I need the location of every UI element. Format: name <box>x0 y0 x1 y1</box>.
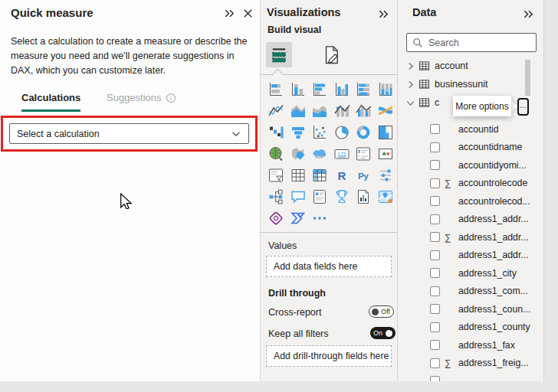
chevron-down-icon[interactable] <box>405 99 415 107</box>
viz-icon-hundred-stacked-bar-chart[interactable] <box>353 79 375 100</box>
field-row[interactable]: accountid <box>398 120 543 139</box>
viz-icon-more-visuals[interactable] <box>309 207 331 229</box>
field-checkbox[interactable] <box>430 358 440 368</box>
field-checkbox[interactable] <box>430 232 440 242</box>
table-name: account <box>435 60 468 71</box>
field-row[interactable]: address1_addr... <box>398 211 543 229</box>
field-row[interactable]: address1_city <box>398 264 543 283</box>
field-name: accountrolecod... <box>458 196 530 207</box>
add-data-fields-well[interactable]: Add data fields here <box>266 256 392 277</box>
viz-icon-line-and-clustered-column-chart[interactable] <box>353 100 375 122</box>
viz-icon-multi-row-card[interactable] <box>353 143 375 165</box>
svg-text:Py: Py <box>359 172 369 181</box>
drill-through-label: Drill through <box>268 288 326 299</box>
info-icon <box>166 93 176 103</box>
viz-icon-map[interactable] <box>265 143 287 165</box>
viz-icon-table[interactable] <box>287 165 310 186</box>
field-row[interactable] <box>398 372 543 381</box>
more-options-button[interactable]: ⋯ <box>517 98 529 116</box>
viz-icon-decomposition-tree[interactable] <box>265 186 287 207</box>
field-row[interactable]: accountidyomi... <box>398 156 543 175</box>
viz-icon-smart-narrative[interactable] <box>309 186 331 207</box>
field-checkbox[interactable] <box>430 340 440 350</box>
viz-icon-clustered-bar-chart[interactable] <box>309 79 331 100</box>
field-row[interactable]: ∑address1_addr... <box>398 228 543 247</box>
viz-icon-line-chart[interactable] <box>265 100 287 122</box>
double-chevron-right-icon[interactable] <box>523 8 534 20</box>
viz-icon-stacked-bar-chart[interactable] <box>265 79 287 100</box>
double-chevron-right-icon[interactable] <box>378 8 389 20</box>
field-checkbox[interactable] <box>430 214 440 224</box>
field-checkbox[interactable] <box>430 178 440 188</box>
field-row[interactable]: accountidname <box>398 139 543 157</box>
table-row-businessunit[interactable]: businessunit <box>398 75 543 93</box>
field-checkbox[interactable] <box>430 142 440 152</box>
viz-icon-paginated-report[interactable] <box>353 186 375 207</box>
field-checkbox[interactable] <box>430 268 440 278</box>
viz-icon-kpi[interactable] <box>375 143 397 165</box>
field-row[interactable]: address1_com... <box>398 283 543 301</box>
viz-icon-scatter-chart[interactable] <box>309 122 331 143</box>
viz-icon-metrics[interactable] <box>331 186 353 207</box>
tab-suggestions[interactable]: Suggestions <box>107 92 176 103</box>
scrollbar-thumb[interactable] <box>525 60 530 96</box>
viz-icon-filled-map[interactable] <box>287 143 310 165</box>
viz-icon-funnel-chart[interactable] <box>287 122 310 143</box>
viz-icon-q-and-a[interactable] <box>287 186 310 207</box>
viz-icon-matrix[interactable] <box>309 165 331 186</box>
field-checkbox[interactable] <box>430 196 440 206</box>
field-checkbox[interactable] <box>430 160 440 170</box>
field-checkbox[interactable] <box>430 124 440 134</box>
field-checkbox[interactable] <box>430 376 440 381</box>
viz-icon-r-script-visual[interactable]: R <box>331 165 353 186</box>
viz-icon-azure-map[interactable] <box>309 143 331 165</box>
viz-icon-waterfall-chart[interactable] <box>265 122 287 143</box>
field-row[interactable]: address1_county <box>398 318 543 337</box>
viz-icon-card[interactable]: 123 <box>331 143 353 165</box>
field-row[interactable]: ∑accountrolecode <box>398 175 543 193</box>
viz-icon-parameters-slicer[interactable] <box>375 165 397 186</box>
field-checkbox[interactable] <box>430 304 440 314</box>
viz-icon-area-chart[interactable] <box>287 100 310 122</box>
build-visual-label: Build visual <box>268 24 321 35</box>
field-row[interactable]: address1_coun... <box>398 300 543 318</box>
viz-icon-donut-chart[interactable] <box>353 122 375 143</box>
viz-icon-hundred-stacked-column-chart[interactable] <box>375 79 397 100</box>
viz-icon-stacked-column-chart[interactable] <box>287 79 310 100</box>
field-checkbox[interactable] <box>430 250 440 260</box>
chevron-right-icon[interactable] <box>405 80 415 89</box>
viz-icon-clustered-column-chart[interactable] <box>331 79 353 100</box>
viz-icon-power-apps[interactable] <box>265 207 287 229</box>
close-icon[interactable] <box>242 8 254 19</box>
viz-icon-python-visual[interactable]: Py <box>353 165 375 186</box>
format-visual-tab[interactable] <box>318 42 344 67</box>
field-row[interactable]: address1_fax <box>398 336 543 354</box>
viz-icon-line-and-stacked-column-chart[interactable] <box>331 100 353 122</box>
viz-icon-arcgis-map[interactable] <box>375 186 397 207</box>
field-name: address1_addr... <box>458 250 529 260</box>
viz-icon-slicer[interactable] <box>265 165 287 186</box>
field-checkbox[interactable] <box>430 286 440 296</box>
field-checkbox[interactable] <box>430 322 440 332</box>
table-row-account[interactable]: account <box>398 57 543 75</box>
viz-icon-ribbon-chart[interactable] <box>375 100 397 122</box>
viz-icon-stacked-area-chart[interactable] <box>309 100 331 122</box>
add-drill-through-fields-well[interactable]: Add drill-through fields here <box>266 345 392 367</box>
viz-icon-pie-chart[interactable] <box>331 122 353 143</box>
keep-all-filters-toggle[interactable]: On <box>370 327 396 339</box>
tab-calculations[interactable]: Calculations <box>21 92 80 103</box>
viz-icon-treemap[interactable] <box>375 122 397 143</box>
build-visual-tab[interactable] <box>266 42 292 67</box>
cross-report-toggle[interactable]: Off <box>369 305 394 318</box>
search-input[interactable]: Search <box>406 33 537 52</box>
calculation-dropdown[interactable]: Select a calculation <box>9 123 249 144</box>
field-row[interactable]: ∑address1_freig... <box>398 354 543 373</box>
field-row[interactable]: address1_addr... <box>398 247 543 265</box>
double-chevron-right-icon[interactable] <box>224 8 235 19</box>
field-name: address1_addr... <box>458 232 529 243</box>
cross-report-label: Cross-report <box>268 307 321 318</box>
field-name: address1_city <box>458 268 517 279</box>
field-row[interactable]: accountrolecod... <box>398 192 543 211</box>
chevron-right-icon[interactable] <box>405 62 415 70</box>
viz-icon-power-automate[interactable] <box>287 207 310 229</box>
